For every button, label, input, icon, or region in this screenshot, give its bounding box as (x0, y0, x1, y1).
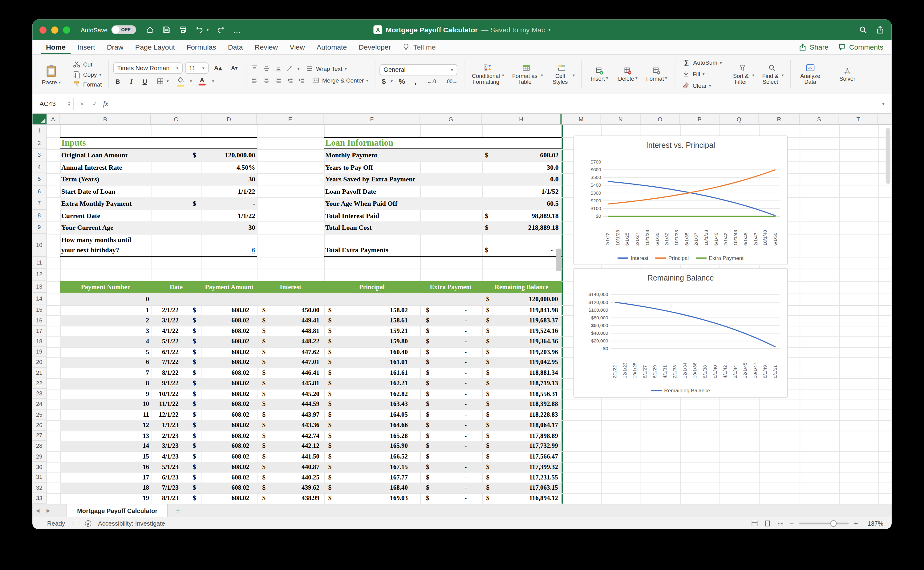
table-row[interactable]: 23/1/22$608.02$449.41$158.61$-$119,683.3… (60, 315, 561, 326)
row-header-2[interactable]: 2 (32, 137, 46, 149)
column-header-R[interactable]: R (759, 113, 800, 124)
table-row[interactable]: 154/1/23$608.02$441.50$166.52$-$117,566.… (60, 452, 561, 462)
column-header-Q[interactable]: Q (720, 113, 759, 124)
table-row[interactable]: 34/1/22$608.02$448.81$159.21$-$119,524.1… (60, 326, 561, 336)
copy-button[interactable]: Copy▾ (70, 70, 104, 79)
row-header-28[interactable]: 28 (32, 441, 46, 452)
fill-color-button[interactable] (175, 76, 186, 86)
row-header-21[interactable]: 21 (32, 368, 46, 378)
cell-styles-button[interactable]: Cell Styles▾ (546, 57, 577, 92)
cancel-entry-icon[interactable]: × (77, 100, 87, 107)
format-painter-button[interactable]: Format (70, 80, 104, 89)
clear-button[interactable]: Clear▾ (680, 81, 725, 90)
zoom-out-button[interactable]: − (790, 519, 794, 527)
row-header-8[interactable]: 8 (32, 209, 46, 221)
loan-info-row[interactable]: Loan Payoff Date1/1/52 (324, 185, 561, 198)
tab-draw[interactable]: Draw (102, 40, 129, 54)
borders-button[interactable]: ▾ (154, 77, 171, 86)
column-header-N[interactable]: N (601, 113, 641, 124)
row-header-4[interactable]: 4 (32, 161, 46, 173)
column-header-F[interactable]: F (324, 113, 420, 124)
name-box-stepper[interactable]: ▲▼ (67, 101, 70, 107)
conditional-formatting-button[interactable]: Conditional Formatting▾ (469, 57, 506, 92)
row-header-11[interactable]: 11 (32, 256, 46, 268)
italic-button[interactable]: I (127, 78, 136, 85)
table-row[interactable]: 176/1/23$608.02$440.25$167.77$-$117,231.… (60, 472, 561, 483)
tab-formulas[interactable]: Formulas (181, 40, 221, 54)
column-header-E[interactable]: E (257, 113, 324, 124)
table-row[interactable]: 187/1/23$608.02$439.62$168.40$-$117,063.… (60, 483, 561, 493)
cut-button[interactable]: Cut (70, 60, 104, 69)
font-size-select[interactable]: 11▾ (185, 62, 208, 73)
format-as-table-button[interactable]: Format as Table▾ (507, 57, 545, 92)
loan-info-row[interactable]: Total Interest Paid$98,889.18 (324, 209, 561, 221)
tab-insert[interactable]: Insert (72, 40, 100, 54)
column-header-A[interactable]: A (46, 113, 60, 124)
autosave-toggle[interactable]: AutoSave OFF (81, 25, 136, 34)
undo-icon[interactable] (195, 25, 204, 34)
tab-developer[interactable]: Developer (353, 40, 396, 54)
row-header-15[interactable]: 15 (32, 305, 46, 315)
increase-font-size-button[interactable]: A▴ (211, 63, 225, 72)
row-header-1[interactable]: 1 (32, 125, 46, 137)
table-row[interactable]: 89/1/22$608.02$445.81$162.21$-$118,719.1… (60, 378, 561, 389)
table-row[interactable]: 121/1/23$608.02$443.36$164.66$-$118,064.… (60, 420, 561, 431)
decrease-indent-icon[interactable] (285, 76, 294, 84)
input-row[interactable]: Current Date1/1/22 (60, 209, 257, 221)
sheet-tab-mortgage-payoff-calculator[interactable]: Mortgage Payoff Calculator (66, 504, 168, 517)
column-header-M[interactable]: M (561, 113, 601, 124)
align-top-icon[interactable] (250, 64, 259, 73)
align-right-icon[interactable] (274, 76, 282, 84)
vertical-scrollbar[interactable] (886, 128, 890, 487)
insert-cells-button[interactable]: Insert▾ (586, 57, 613, 92)
row-header-7[interactable]: 7 (32, 198, 46, 209)
format-cells-button[interactable]: Format▾ (642, 57, 671, 92)
smart-tag-icon[interactable] (556, 248, 561, 271)
loan-info-row[interactable]: Monthly Payment$608.02 (324, 149, 561, 161)
redo-icon[interactable] (216, 25, 225, 34)
increase-decimal-button[interactable]: ←.0 (424, 78, 438, 85)
column-header-T[interactable]: T (839, 113, 878, 124)
save-icon[interactable] (162, 25, 171, 34)
title-dropdown-icon[interactable]: ▾ (549, 28, 551, 32)
paste-button[interactable]: Paste▾ (37, 62, 66, 86)
column-header-H[interactable]: H (482, 113, 561, 124)
table-row[interactable]: 143/1/23$608.02$442.12$165.90$-$117,732.… (60, 441, 561, 452)
solver-button[interactable]: Solver (834, 57, 860, 92)
align-bottom-icon[interactable] (274, 64, 282, 73)
row-header-20[interactable]: 20 (32, 357, 46, 368)
row-header-3[interactable]: 3 (32, 149, 46, 161)
more-commands-icon[interactable]: … (233, 25, 242, 34)
payments-header-row[interactable]: Payment NumberDatePayment AmountInterest… (60, 281, 561, 293)
row-header-30[interactable]: 30 (32, 462, 46, 472)
analyze-data-button[interactable]: Analyze Data (795, 57, 826, 92)
number-format-select[interactable]: General▾ (380, 64, 457, 75)
align-middle-icon[interactable] (262, 64, 270, 73)
input-row[interactable]: Your Current Age30 (60, 221, 257, 233)
fullscreen-window-button[interactable] (63, 26, 70, 33)
loan-info-row-total-extra[interactable]: Total Extra Payments$- (324, 234, 561, 257)
document-title-area[interactable]: X Mortgage Payoff Calculator — Saved to … (373, 19, 550, 40)
find-select-button[interactable]: Find & Select▾ (758, 57, 786, 92)
column-header-B[interactable]: B (60, 113, 151, 124)
share-window-icon[interactable] (876, 25, 884, 34)
zoom-slider[interactable] (799, 522, 849, 524)
row-header-24[interactable]: 24 (32, 399, 46, 409)
input-row[interactable]: Original Loan Amount$120,000.00 (60, 149, 257, 161)
row-header-14[interactable]: 14 (32, 293, 46, 305)
share-button[interactable]: Share (798, 43, 829, 51)
selection-mode-icon[interactable] (71, 519, 78, 527)
page-layout-view-icon[interactable] (764, 519, 772, 527)
table-row[interactable]: 67/1/22$608.02$447.01$161.01$-$119,042.9… (60, 357, 561, 368)
increase-indent-icon[interactable] (297, 76, 306, 84)
cell-value-months-link[interactable]: 6 (60, 245, 255, 255)
row-header-5[interactable]: 5 (32, 173, 46, 185)
loan-info-row[interactable]: Years Saved by Extra Payment0.0 (324, 173, 561, 185)
fill-button[interactable]: Fill▾ (680, 69, 725, 78)
grid-canvas[interactable]: InputsOriginal Loan Amount$120,000.00Ann… (46, 125, 892, 504)
decrease-font-size-button[interactable]: A▾ (227, 64, 242, 72)
row-header-32[interactable]: 32 (32, 483, 46, 493)
insert-function-icon[interactable]: fx (103, 99, 109, 108)
tell-me-button[interactable]: Tell me (402, 43, 436, 51)
loan-info-row[interactable]: Years to Pay Off30.0 (324, 161, 561, 173)
